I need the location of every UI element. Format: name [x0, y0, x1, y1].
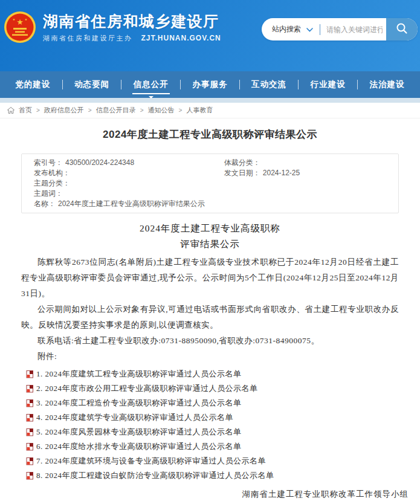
article-title-line1: 2024年度土建工程专业高级职称 — [21, 221, 399, 236]
document-meta-table: 索引号： 430500/2024-224348 体裁分类： 发布机构： 发文日期… — [21, 153, 399, 213]
meta-row-issue-date: 发文日期： 2024-12-25 — [224, 168, 386, 178]
meta-issue-date-value: 2024-12-25 — [263, 168, 300, 178]
site-header: ★ ★ ★ 湖南省住房和城乡建设厅 湖南省住房和建设厅主办 ZJT.HUNAN.… — [0, 0, 420, 71]
main-content: 2024年度土建工程专业高级职称评审结果公示 索引号： 430500/2024-… — [0, 128, 420, 504]
meta-index-value: 430500/2024-224348 — [65, 158, 134, 168]
attachment-file-icon — [26, 471, 34, 480]
attachment-title: 4. 2024年度建筑学专业高级职称评审通过人员公示名单 — [36, 412, 233, 423]
page-title: 2024年度土建工程专业高级职称评审结果公示 — [0, 128, 420, 141]
nav-divider — [239, 80, 240, 89]
breadcrumb-separator: > — [36, 107, 40, 114]
nav-item-rule-of-law[interactable]: 法治建设 — [368, 77, 405, 92]
attachment-link[interactable]: 3. 2024年度工程造价专业高级职称评审通过人员公示名单 — [21, 396, 399, 410]
attachment-title: 8. 2024年度工程建设白蚁防治专业高级职称评审通过人员公示名单 — [36, 470, 274, 481]
nav-item-news[interactable]: 动态要闻 — [73, 77, 111, 92]
signature-block: 湖南省土建工程专业职称改革工作领导小组 2024年12月24日 — [21, 488, 409, 504]
nav-divider — [180, 80, 181, 89]
brand-text: 湖南省住房和城乡建设厅 湖南省住房和建设厅主办 ZJT.HUNAN.GOV.CN — [43, 12, 221, 43]
meta-row-name: 名称： 2024年度土建工程专业高级职称评审结果公示 — [34, 199, 386, 209]
attachment-file-icon — [26, 428, 34, 436]
signature-org: 湖南省土建工程专业职称改革工作领导小组 — [21, 488, 409, 501]
nav-divider — [62, 80, 63, 89]
national-emblem-logo: ★ ★ ★ — [4, 11, 36, 44]
attachment-file-icon — [26, 442, 34, 451]
article-paragraph: 公示期间如对以上公示对象有异议,可通过电话或书面形式向省职改办、省土建工程专业职… — [21, 302, 399, 333]
nav-item-services[interactable]: 办事服务 — [191, 77, 228, 92]
breadcrumb-separator: > — [88, 107, 92, 114]
nav-item-interaction[interactable]: 互动交流 — [250, 77, 288, 92]
attachment-title: 1. 2024年度建筑工程专业高级职称评审通过人员公示名单 — [36, 369, 242, 380]
attachment-title: 5. 2024年度风景园林专业高级职称评审通过人员公示名单 — [36, 427, 242, 438]
attachment-file-icon — [26, 457, 34, 465]
attachment-title: 2. 2024年度市政公用工程专业高级职称评审通过人员公示名单 — [36, 383, 258, 394]
breadcrumb-separator: > — [179, 107, 183, 114]
attachment-link[interactable]: 5. 2024年度风景园林专业高级职称评审通过人员公示名单 — [21, 425, 399, 439]
attachment-link[interactable]: 2. 2024年度市政公用工程专业高级职称评审通过人员公示名单 — [21, 381, 399, 396]
meta-row-keywords: 主题词： — [34, 189, 386, 199]
article-body: 2024年度土建工程专业高级职称 评审结果公示 陈辉秋等2673位同志(名单附后… — [21, 221, 399, 504]
site-search-bar: 站内搜索 — [262, 18, 418, 40]
page-root: ★ ★ ★ 湖南省住房和城乡建设厅 湖南省住房和建设厅主办 ZJT.HUNAN.… — [0, 0, 420, 504]
attachment-link[interactable]: 8. 2024年度工程建设白蚁防治专业高级职称评审通过人员公示名单 — [21, 468, 399, 483]
breadcrumb-home[interactable]: 首页 — [19, 106, 32, 115]
search-scope-label: 站内搜索 — [272, 24, 301, 34]
nav-item-info-disclosure[interactable]: 信息公开 — [132, 77, 170, 92]
site-url: ZJT.HUNAN.GOV.CN — [141, 34, 221, 42]
meta-row-genre: 体裁分类： — [224, 158, 386, 168]
article-title-line2: 评审结果公示 — [21, 236, 399, 252]
nav-bottom-strip — [0, 98, 420, 103]
nav-item-party-building[interactable]: 党的建设 — [14, 77, 51, 92]
attachment-link[interactable]: 4. 2024年度建筑学专业高级职称评审通过人员公示名单 — [21, 410, 399, 425]
breadcrumb-hr-education[interactable]: 人事教育 — [186, 106, 213, 115]
nav-divider — [357, 80, 358, 89]
attachment-file-icon — [26, 399, 34, 407]
meta-row-topic: 主题分类： — [34, 178, 386, 189]
nav-item-industry[interactable]: 行业建设 — [309, 77, 347, 92]
chevron-down-icon — [306, 25, 313, 34]
article-contact-paragraph: 联系电话:省土建工程专业职改办:0731-88950090,省职改办:0731-… — [21, 333, 399, 349]
attachments-label: 附件: — [21, 349, 399, 364]
meta-row-agency: 发布机构： — [34, 168, 224, 178]
breadcrumb-info-catalog[interactable]: 信息公开目录 — [96, 106, 136, 115]
search-icon — [396, 22, 408, 36]
svg-text:★: ★ — [13, 18, 16, 21]
breadcrumb: 首页 > 政府信息公开 > 信息公开目录 > 通知公告 > 人事教育 — [0, 103, 420, 118]
article-paragraph: 陈辉秋等2673位同志(名单附后)土建工程专业高级专业技术职称已于2024年12… — [21, 254, 399, 302]
site-subtitle: 湖南省住房和建设厅主办 — [43, 34, 133, 43]
nav-divider — [298, 80, 299, 89]
meta-agency-label: 发布机构： — [34, 168, 70, 178]
meta-topic-label: 主题分类： — [34, 178, 70, 189]
attachment-title: 6. 2024年度给水排水专业高级职称评审通过人员公示名单 — [36, 441, 242, 452]
article-title: 2024年度土建工程专业高级职称 评审结果公示 — [21, 221, 399, 252]
main-nav: 党的建设 动态要闻 信息公开 办事服务 互动交流 行业建设 法治建设 — [0, 71, 420, 98]
svg-text:★: ★ — [25, 18, 28, 21]
meta-keywords-label: 主题词： — [34, 189, 63, 199]
nav-divider — [121, 80, 121, 89]
svg-text:★: ★ — [16, 18, 24, 27]
attachment-link[interactable]: 7. 2024年度建筑环境与设备专业高级职称评审通过人员公示名单 — [21, 454, 399, 468]
meta-index-label: 索引号： — [34, 158, 63, 168]
attachment-file-icon — [26, 370, 34, 378]
site-title: 湖南省住房和城乡建设厅 — [43, 12, 221, 30]
meta-issue-date-label: 发文日期： — [224, 168, 260, 178]
attachment-list: 1. 2024年度建筑工程专业高级职称评审通过人员公示名单 2. 2024年度市… — [21, 367, 399, 483]
site-brand[interactable]: ★ ★ ★ 湖南省住房和城乡建设厅 湖南省住房和建设厅主办 ZJT.HUNAN.… — [4, 11, 221, 44]
search-input[interactable] — [320, 25, 386, 34]
breadcrumb-separator: > — [140, 107, 144, 114]
meta-name-value: 2024年度土建工程专业高级职称评审结果公示 — [58, 199, 205, 209]
breadcrumb-gov-info[interactable]: 政府信息公开 — [44, 106, 84, 115]
home-icon — [7, 107, 15, 114]
search-scope-dropdown[interactable]: 站内搜索 — [262, 24, 320, 34]
breadcrumb-notices[interactable]: 通知公告 — [148, 106, 175, 115]
attachment-file-icon — [26, 384, 34, 393]
search-button[interactable] — [386, 18, 418, 40]
attachment-title: 7. 2024年度建筑环境与设备专业高级职称评审通过人员公示名单 — [36, 456, 266, 467]
attachment-link[interactable]: 6. 2024年度给水排水专业高级职称评审通过人员公示名单 — [21, 439, 399, 454]
attachment-link[interactable]: 1. 2024年度建筑工程专业高级职称评审通过人员公示名单 — [21, 367, 399, 381]
meta-row-index: 索引号： 430500/2024-224348 — [34, 158, 224, 168]
meta-name-label: 名称： — [34, 199, 56, 209]
site-subtitle-row: 湖南省住房和建设厅主办 ZJT.HUNAN.GOV.CN — [43, 34, 221, 43]
attachment-file-icon — [26, 413, 34, 422]
meta-genre-label: 体裁分类： — [224, 158, 260, 168]
attachment-title: 3. 2024年度工程造价专业高级职称评审通过人员公示名单 — [36, 398, 242, 409]
